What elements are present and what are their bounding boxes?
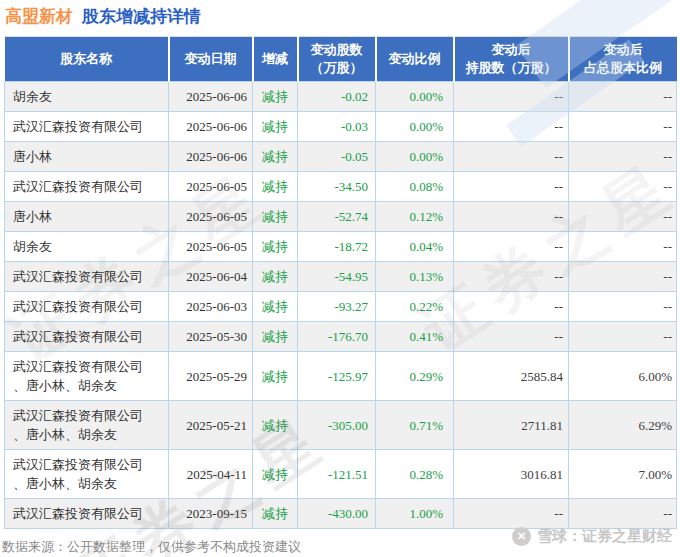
column-header-ratio-after: 变动后占总股本比例 [569, 37, 677, 82]
cell-name: 武汉汇森投资有限公司 [5, 262, 169, 292]
cell-shares-change: -121.51 [298, 450, 376, 499]
cell-shares-after: -- [454, 322, 569, 352]
cell-shares-change: -0.03 [298, 112, 376, 142]
table-row: 武汉汇森投资有限公司、唐小林、胡余友2025-05-21减持-305.000.7… [5, 401, 677, 450]
cell-action: 减持 [253, 292, 298, 322]
cell-shares-change: -93.27 [298, 292, 376, 322]
cell-shares-after: 2711.81 [454, 401, 569, 450]
brand-watermark: ✕ 雪球：证券之星财经 [512, 527, 672, 546]
cell-date: 2025-06-06 [169, 142, 253, 172]
cell-date: 2025-06-05 [169, 202, 253, 232]
cell-ratio-after: -- [569, 292, 677, 322]
cell-ratio-after: -- [569, 232, 677, 262]
cell-shares-change: -305.00 [298, 401, 376, 450]
cell-action: 减持 [253, 450, 298, 499]
cell-name: 武汉汇森投资有限公司 [5, 322, 169, 352]
cell-name: 武汉汇森投资有限公司、唐小林、胡余友 [5, 352, 169, 401]
table-row: 武汉汇森投资有限公司2025-06-05减持-34.500.08%---- [5, 172, 677, 202]
shareholder-change-table: 股东名称变动日期增减变动股数（万股）变动比例变动后持股数（万股）变动后占总股本比… [4, 36, 677, 529]
cell-name: 唐小林 [5, 142, 169, 172]
cell-shares-change: -54.95 [298, 262, 376, 292]
table-row: 武汉汇森投资有限公司2025-06-06减持-0.030.00%---- [5, 112, 677, 142]
cell-ratio-change: 0.00% [376, 82, 454, 112]
cell-ratio-after: 7.00% [569, 450, 677, 499]
cell-action: 减持 [253, 232, 298, 262]
cell-date: 2025-04-11 [169, 450, 253, 499]
table-body: 胡余友2025-06-06减持-0.020.00%----武汉汇森投资有限公司2… [5, 82, 677, 529]
cell-name: 胡余友 [5, 82, 169, 112]
cell-date: 2025-05-30 [169, 322, 253, 352]
cell-ratio-change: 0.71% [376, 401, 454, 450]
cell-action: 减持 [253, 142, 298, 172]
cell-action: 减持 [253, 401, 298, 450]
column-header-change-ratio: 变动比例 [376, 37, 454, 82]
cell-shares-after: -- [454, 142, 569, 172]
cell-name: 武汉汇森投资有限公司、唐小林、胡余友 [5, 401, 169, 450]
cell-ratio-change: 0.04% [376, 232, 454, 262]
cell-ratio-after: -- [569, 142, 677, 172]
cell-ratio-change: 0.22% [376, 292, 454, 322]
cell-shares-change: -176.70 [298, 322, 376, 352]
cell-shares-after: -- [454, 499, 569, 529]
cell-shares-change: -430.00 [298, 499, 376, 529]
cell-date: 2023-09-15 [169, 499, 253, 529]
cell-action: 减持 [253, 499, 298, 529]
cell-ratio-change: 0.00% [376, 112, 454, 142]
cell-shares-after: -- [454, 82, 569, 112]
table-row: 唐小林2025-06-05减持-52.740.12%---- [5, 202, 677, 232]
table-row: 武汉汇森投资有限公司2023-09-15减持-430.001.00%---- [5, 499, 677, 529]
cell-shares-after: -- [454, 172, 569, 202]
cell-action: 减持 [253, 202, 298, 232]
cell-action: 减持 [253, 172, 298, 202]
cell-ratio-after: -- [569, 202, 677, 232]
cell-name: 武汉汇森投资有限公司 [5, 499, 169, 529]
cell-date: 2025-06-04 [169, 262, 253, 292]
table-row: 胡余友2025-06-06减持-0.020.00%---- [5, 82, 677, 112]
cell-shares-after: -- [454, 112, 569, 142]
cell-shares-change: -18.72 [298, 232, 376, 262]
stock-name: 高盟新材 [5, 7, 73, 26]
column-header-action: 增减 [253, 37, 298, 82]
column-header-shareholder-name: 股东名称 [5, 37, 169, 82]
cell-ratio-after: -- [569, 82, 677, 112]
cell-ratio-change: 0.00% [376, 142, 454, 172]
table-row: 武汉汇森投资有限公司2025-05-30减持-176.700.41%---- [5, 322, 677, 352]
table-row: 胡余友2025-06-05减持-18.720.04%---- [5, 232, 677, 262]
cell-name: 胡余友 [5, 232, 169, 262]
cell-ratio-change: 0.41% [376, 322, 454, 352]
table-row: 武汉汇森投资有限公司2025-06-03减持-93.270.22%---- [5, 292, 677, 322]
cell-date: 2025-06-05 [169, 172, 253, 202]
data-source-note: 数据来源：公开数据整理，仅供参考不构成投资建议 [2, 538, 301, 556]
cell-date: 2025-06-06 [169, 112, 253, 142]
cell-ratio-after: -- [569, 172, 677, 202]
cell-shares-after: -- [454, 262, 569, 292]
column-header-shares-changed: 变动股数（万股） [298, 37, 376, 82]
cell-ratio-change: 1.00% [376, 499, 454, 529]
cell-name: 武汉汇森投资有限公司、唐小林、胡余友 [5, 450, 169, 499]
cell-date: 2025-05-29 [169, 352, 253, 401]
cell-shares-change: -125.97 [298, 352, 376, 401]
cell-ratio-change: 0.29% [376, 352, 454, 401]
cell-date: 2025-06-05 [169, 232, 253, 262]
cell-date: 2025-05-21 [169, 401, 253, 450]
cell-ratio-change: 0.13% [376, 262, 454, 292]
table-row: 武汉汇森投资有限公司2025-06-04减持-54.950.13%---- [5, 262, 677, 292]
cell-shares-after: -- [454, 202, 569, 232]
cell-shares-change: -52.74 [298, 202, 376, 232]
brand-text: 雪球：证券之星财经 [537, 527, 672, 546]
cell-ratio-after: -- [569, 322, 677, 352]
cell-date: 2025-06-06 [169, 82, 253, 112]
cell-shares-change: -34.50 [298, 172, 376, 202]
cell-shares-after: 3016.81 [454, 450, 569, 499]
cell-ratio-change: 0.28% [376, 450, 454, 499]
cell-name: 唐小林 [5, 202, 169, 232]
column-header-change-date: 变动日期 [169, 37, 253, 82]
cell-name: 武汉汇森投资有限公司 [5, 292, 169, 322]
cell-ratio-after: -- [569, 499, 677, 529]
cell-ratio-change: 0.12% [376, 202, 454, 232]
page-title: 高盟新材股东增减持详情 [5, 5, 201, 28]
cell-ratio-after: 6.29% [569, 401, 677, 450]
cell-name: 武汉汇森投资有限公司 [5, 112, 169, 142]
cell-ratio-after: -- [569, 112, 677, 142]
cell-shares-after: -- [454, 292, 569, 322]
